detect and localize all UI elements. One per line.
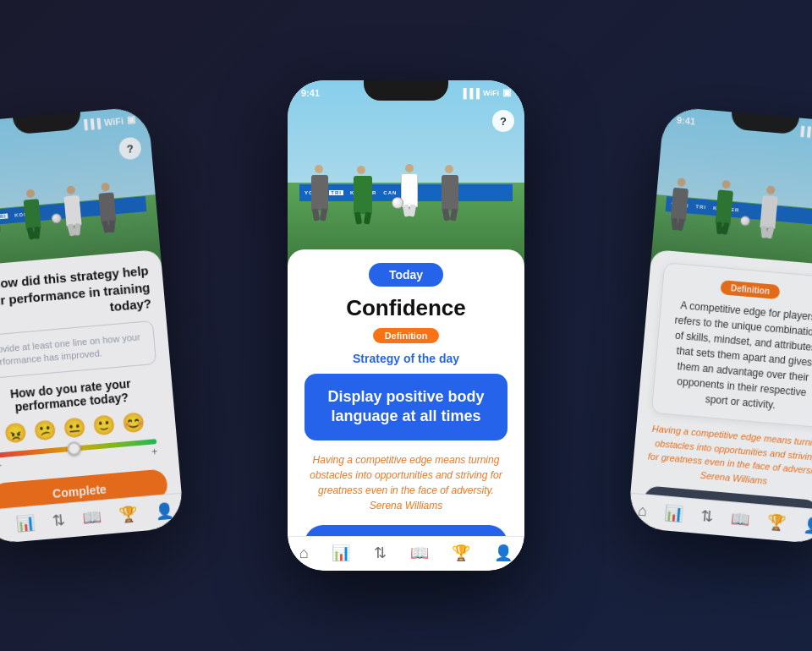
- emoji-2[interactable]: 😕: [32, 419, 57, 443]
- definition-text: A competitive edge for players refers to…: [663, 297, 812, 416]
- strategy-box: Display positive body language at all ti…: [304, 374, 508, 440]
- nav-trophy-left[interactable]: 🏆: [118, 504, 139, 524]
- nav-filter-left[interactable]: ⇅: [52, 511, 66, 530]
- time-right: 9:41: [677, 114, 696, 126]
- today-pill: Today: [369, 263, 443, 287]
- nav-chart-right[interactable]: 📊: [664, 503, 684, 523]
- card-content-center: Today Confidence Definition Strategy of …: [288, 249, 524, 536]
- nav-person-right[interactable]: 👤: [803, 516, 812, 536]
- time-center: 9:41: [301, 88, 320, 98]
- card-content-left: How did this strategy help your performa…: [0, 249, 182, 511]
- nav-book-center[interactable]: 📖: [410, 544, 429, 562]
- nav-home-center[interactable]: ⌂: [299, 544, 309, 562]
- textarea-placeholder[interactable]: Provide at least one line on how your pe…: [0, 320, 156, 380]
- slider[interactable]: − +: [0, 439, 158, 472]
- main-title: Confidence: [304, 295, 508, 321]
- complete-btn-center[interactable]: Complete: [304, 525, 508, 536]
- nav-home-right[interactable]: ⌂: [637, 501, 648, 520]
- nav-filter-right[interactable]: ⇅: [700, 506, 715, 526]
- nav-book-left[interactable]: 📖: [82, 507, 102, 528]
- emoji-3[interactable]: 😐: [62, 417, 86, 440]
- definition-badge-right: Definition: [720, 280, 780, 299]
- question2: How do you rate your performance today?: [0, 375, 160, 417]
- emoji-4[interactable]: 🙂: [91, 414, 116, 438]
- quote-right: Having a competitive edge means turning …: [645, 421, 812, 492]
- nav-chart-center[interactable]: 📊: [332, 544, 350, 562]
- question1: How did this strategy help your performa…: [0, 262, 152, 326]
- nav-trophy-center[interactable]: 🏆: [452, 544, 470, 562]
- hero-image-center: YOUR TRI KOHLER CAN ?: [288, 80, 524, 266]
- strategy-text: Display positive body language at all ti…: [320, 387, 492, 427]
- status-icons-center: ▐▐▐ WiFi ▣: [460, 87, 511, 98]
- status-icons-right: ▐▐▐ WiFi ▣: [797, 124, 812, 140]
- nav-chart-left[interactable]: 📊: [15, 513, 36, 533]
- phone-left: 9:41 ▐▐▐ WiFi ▣: [0, 106, 184, 544]
- definition-badge-center: Definition: [373, 328, 440, 343]
- strategy-label: Strategy of the day: [304, 352, 508, 365]
- bottom-nav-center: ⌂ 📊 ⇅ 📖 🏆 👤: [288, 536, 524, 571]
- nav-book-right[interactable]: 📖: [731, 509, 751, 529]
- nav-person-left[interactable]: 👤: [155, 501, 175, 522]
- nav-filter-center[interactable]: ⇅: [374, 544, 387, 562]
- card-content-right: Definition A competitive edge for player…: [630, 249, 812, 511]
- definition-box: Definition A competitive edge for player…: [651, 262, 812, 428]
- notch-center: [364, 80, 448, 101]
- nav-trophy-right[interactable]: 🏆: [767, 512, 787, 533]
- help-btn-center[interactable]: ?: [492, 110, 514, 132]
- quote-center: Having a competitive edge means turning …: [304, 452, 508, 513]
- emoji-1[interactable]: 😠: [3, 422, 27, 446]
- status-icons-left: ▐▐▐ WiFi ▣: [80, 114, 135, 130]
- emoji-5[interactable]: 😊: [121, 412, 145, 435]
- phone-right: 9:41 ▐▐▐ WiFi ▣: [628, 106, 812, 544]
- nav-person-center[interactable]: 👤: [494, 544, 513, 562]
- phone-center: 9:41 ▐▐▐ WiFi ▣: [288, 80, 524, 571]
